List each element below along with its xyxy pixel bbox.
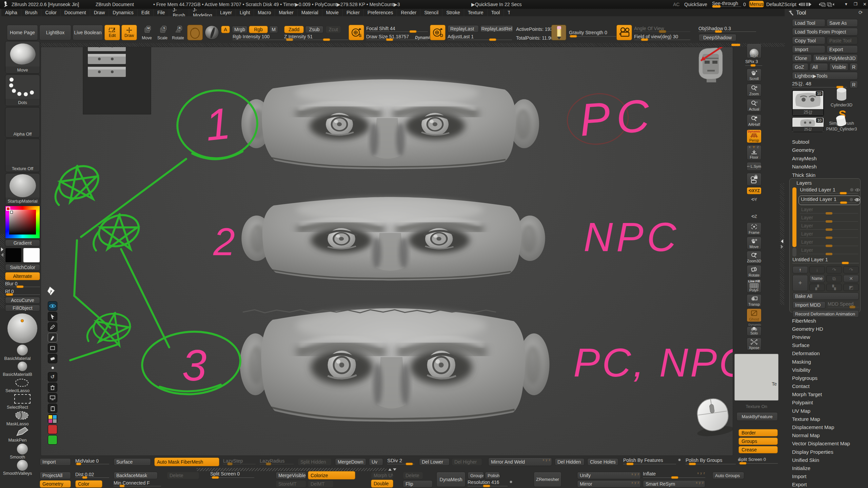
default-zscript-button[interactable]: DefaultZScript [766,2,796,7]
palette-section[interactable]: NanoMesh [792,163,860,171]
zcut-button[interactable]: Zcut [326,26,341,33]
cursor-tool[interactable] [48,312,57,321]
palette-section[interactable]: Initialize [792,464,863,472]
left-tray-divider[interactable] [0,234,4,308]
backfacemask-button[interactable]: BackfaceMask [114,472,158,479]
focal-shift-icon-button[interactable]: S [349,25,364,40]
palette-section[interactable]: FiberMesh [792,317,863,325]
home-page-button[interactable]: Home Page [7,25,38,40]
scale-button[interactable]: S Scale [155,25,170,40]
color-picker[interactable] [5,206,40,239]
rotate-3d-button[interactable]: Rotate [747,265,762,278]
polish-by-groups-slider[interactable]: Polish By Groups [686,458,736,466]
geometry-button[interactable]: Geometry [40,480,71,488]
palette-section[interactable]: Displacement Map [792,423,863,431]
load-tools-from-project-button[interactable]: Load Tools From Project [792,28,858,36]
copy-tool-button[interactable]: Copy Tool [792,37,825,44]
accucurve-button[interactable]: AccuCurve [5,297,40,304]
palette-section[interactable]: Subtool [792,138,860,146]
layer-delete-button[interactable]: ✕ [843,275,859,282]
import-tool-button[interactable]: Import [792,45,825,53]
palette-section[interactable]: Display Properties [792,448,863,456]
layer-row-dim[interactable]: Layer [800,231,858,239]
blur-slider[interactable]: Blur 0 [5,281,40,288]
palette-section[interactable]: Polygroups [792,374,863,382]
menu-item[interactable]: Macro [254,9,275,16]
palette-section[interactable]: Masking [792,358,863,366]
replay-last-button[interactable]: ReplayLast [448,25,479,33]
pm3d-cylinder-label[interactable]: PM3D_Cylinder3 [824,127,859,131]
highlighter-tool[interactable] [48,333,57,342]
document-canvas[interactable]: 1 2 3 PC NPC PC, NPC [41,47,733,456]
dynamic-size-icon-button[interactable]: D [430,25,446,40]
layer-merge-button[interactable]: ▞ [809,284,825,291]
goz-r-button[interactable]: R [850,63,858,71]
subpalette-divider[interactable] [197,468,387,471]
aahalf-button[interactable]: AAHalf [747,114,762,127]
replay-last-rel-button[interactable]: ReplayLastRel [480,25,513,33]
layer-duplicate-button[interactable]: ⧉ [826,275,842,282]
menu-item[interactable]: Texture [464,9,488,16]
top-divider[interactable] [41,43,785,47]
menu-item[interactable]: File [154,9,169,16]
menu-item[interactable]: Marker [275,9,298,16]
dynamic-label[interactable]: Dynamic [415,35,432,40]
basic-material-label[interactable]: BasicMaterial [0,356,40,361]
save-as-button[interactable]: Save As [827,19,858,27]
zadd-button[interactable]: Zadd [284,26,304,33]
mirror-button[interactable]: Mirrorx y z [577,480,641,488]
palette-section[interactable]: UV Map [792,407,863,415]
subpalette-divider-arrows[interactable] [387,468,397,471]
fov-slider[interactable]: Field of view(deg) 30 [634,34,690,41]
deep-shadow-button[interactable]: DeepShadow [698,34,736,41]
del-higher-button[interactable]: Del Higher [452,458,482,466]
palette-section[interactable]: Visibility [792,366,863,374]
pm3d-cylinder-thumb[interactable] [833,115,850,127]
select-lasso-icon[interactable] [13,378,32,388]
bake-all-button[interactable]: Bake All [792,292,859,300]
cylinder3d-label[interactable]: Cylinder3D [825,102,858,107]
split-screen-right-slider[interactable]: Split Screen 0 [738,457,778,465]
menu-item[interactable]: Picker [343,9,364,16]
menu-item[interactable]: J-Brush [169,9,190,16]
palette-section[interactable]: Export [792,481,863,488]
polish-bottom-button[interactable]: Polish [485,472,500,479]
palette-section[interactable]: Polypaint [792,399,863,407]
smooth-label[interactable]: Smooth [0,454,40,460]
layer-up-button[interactable]: ↑ [792,266,808,273]
left-tray-toggle-icon[interactable] [797,2,812,7]
resolution-slider[interactable]: Resolution 416 [468,480,508,488]
layer1-eye-icon[interactable] [855,188,860,192]
palette-section[interactable]: Thick Skin [792,171,860,179]
layer-row-2-selected[interactable]: Untitled Layer 1 [798,196,860,205]
pen-tool[interactable] [48,322,57,332]
lazystep-slider[interactable]: LazyStep [223,458,256,466]
basic-material-thumb[interactable] [17,345,28,355]
layer-invert-button[interactable]: ◩ [843,284,859,291]
border-button[interactable]: Border [738,429,778,436]
groups-bottom-button[interactable]: Groups [468,472,484,479]
unify-button[interactable]: Unifyx y z [577,472,641,479]
secondary-color-swatch[interactable] [23,248,40,263]
undo-tool[interactable]: ↺ [48,372,57,382]
ac-toggle[interactable]: AC [673,2,679,7]
palette-tool[interactable] [48,414,57,424]
layer-row-dim[interactable]: Layer [800,239,858,247]
menu-item[interactable]: Edit [138,9,154,16]
tool-palette-title[interactable]: Tool [796,10,806,16]
eraser-tool[interactable] [48,354,57,363]
polish-features-toggle[interactable] [678,459,681,461]
mrgb-button[interactable]: Mrgb [232,26,248,33]
mask-by-feature-button[interactable]: MaskByFeature [736,412,778,421]
menu-item[interactable]: Draw [90,9,109,16]
palette-section[interactable]: Import [792,472,863,481]
layer-split-button[interactable]: ▚ [826,284,842,291]
rotate-xyz-button[interactable]: ⟲XYZ [747,187,762,195]
obj-shadow-slider[interactable]: ObjShadow 0.3 [698,26,756,33]
focal-shift-slider[interactable]: Focal Shift 44 [366,26,428,33]
a-toggle-button[interactable]: A [221,26,230,33]
palette-section[interactable]: Surface [792,341,863,349]
layers-scrollbar[interactable] [792,187,796,247]
spix-slider[interactable]: SPix 3 [745,59,762,67]
tool-refresh-icon[interactable]: ⟳ [859,9,863,16]
